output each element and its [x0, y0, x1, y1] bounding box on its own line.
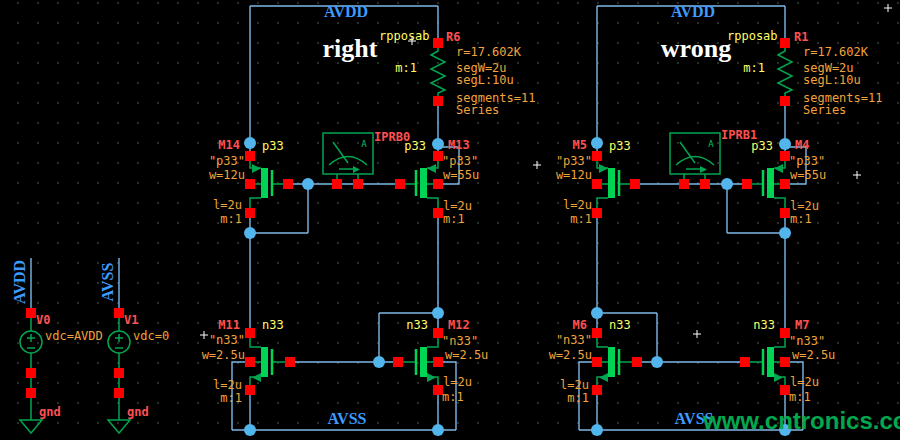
param-l[interactable]: l=2u: [560, 378, 589, 392]
param-m[interactable]: m:1: [570, 212, 592, 226]
instance-ref[interactable]: M11: [218, 318, 240, 332]
instance-ref[interactable]: M6: [573, 318, 587, 332]
param-m[interactable]: m:1: [442, 390, 464, 404]
param-model[interactable]: "n33": [789, 334, 825, 348]
param-l[interactable]: l=2u: [790, 199, 819, 213]
instance-ref[interactable]: M13: [448, 138, 470, 152]
net-label-avdd-vertical[interactable]: AVDD: [11, 260, 28, 304]
param-model[interactable]: "p33": [556, 154, 592, 168]
cell-name[interactable]: n33: [262, 318, 284, 332]
instance-ref[interactable]: M7: [795, 318, 809, 332]
instance-ref[interactable]: M4: [795, 138, 809, 152]
param-segl[interactable]: segL:10u: [803, 73, 861, 87]
param-r[interactable]: r=17.602K: [803, 45, 869, 59]
annotation-right[interactable]: right: [323, 34, 378, 63]
param-m[interactable]: m:1: [443, 212, 465, 226]
param-w[interactable]: w=55u: [443, 168, 479, 182]
param-l[interactable]: l=2u: [213, 198, 242, 212]
param-w[interactable]: w=12u: [209, 168, 245, 182]
param-l[interactable]: l=2u: [443, 199, 472, 213]
param-l[interactable]: l=2u: [443, 375, 472, 389]
annotation-wrong[interactable]: wrong: [661, 34, 731, 63]
pmos-transistor[interactable]: [592, 151, 640, 218]
instance-ref[interactable]: V1: [124, 313, 138, 327]
schematic-svg: AVDD right rpposab R6 m:1 r=17.602K segW…: [0, 0, 900, 440]
resistor-mult[interactable]: m:1: [395, 61, 417, 75]
nmos-transistor[interactable]: [393, 328, 443, 395]
cell-name[interactable]: n33: [609, 318, 631, 332]
ammeter-letter: A: [708, 139, 714, 149]
junction-dot: [651, 356, 663, 368]
param-w[interactable]: w=12u: [556, 168, 592, 182]
pmos-transistor[interactable]: [395, 151, 443, 218]
param-m[interactable]: m:1: [220, 391, 242, 405]
instance-ref[interactable]: M5: [573, 138, 587, 152]
net-label-avdd[interactable]: AVDD: [324, 3, 368, 20]
net-label-avdd[interactable]: AVDD: [671, 3, 715, 20]
nmos-transistor[interactable]: [592, 328, 642, 395]
instance-ref[interactable]: M14: [218, 138, 240, 152]
left-circuit: AVDD right rpposab R6 m:1 r=17.602K segW…: [202, 3, 536, 436]
instance-ref[interactable]: M12: [448, 318, 470, 332]
junction-dot: [779, 138, 791, 150]
cell-name[interactable]: n33: [753, 318, 775, 332]
param-model[interactable]: "n33": [209, 333, 245, 347]
junction-dot: [721, 178, 733, 190]
resistor-cell-name[interactable]: rpposab: [379, 29, 430, 43]
gnd-label[interactable]: gnd: [127, 405, 149, 419]
pmos-transistor[interactable]: [742, 151, 790, 218]
param-series[interactable]: Series: [803, 103, 846, 117]
param-model[interactable]: "p33": [442, 154, 478, 168]
pmos-transistor[interactable]: [245, 151, 293, 218]
param-w[interactable]: w=55u: [790, 168, 826, 182]
param-model[interactable]: "n33": [556, 333, 592, 347]
resistor-symbol[interactable]: [431, 38, 445, 106]
gnd-label[interactable]: gnd: [39, 405, 61, 419]
param-m[interactable]: m:1: [789, 390, 811, 404]
param-m[interactable]: m:1: [790, 212, 812, 226]
param-w[interactable]: w=2.5u: [792, 348, 835, 362]
param-vdc[interactable]: vdc=AVDD: [45, 329, 103, 343]
junction-dot: [779, 227, 791, 239]
net-label-avss-vertical[interactable]: AVSS: [99, 262, 116, 301]
cell-name[interactable]: p33: [751, 139, 773, 153]
param-vdc[interactable]: vdc=0: [133, 329, 169, 343]
resistor-symbol[interactable]: [778, 38, 792, 106]
junction-dot: [244, 424, 256, 436]
param-segl[interactable]: segL:10u: [456, 73, 514, 87]
cell-name[interactable]: p33: [404, 139, 426, 153]
marker-crosses: [200, 4, 892, 339]
resistor-cell-name[interactable]: rpposab: [727, 29, 778, 43]
cell-name[interactable]: p33: [262, 139, 284, 153]
nmos-transistor[interactable]: [245, 328, 295, 395]
instance-ref[interactable]: R1: [794, 30, 808, 44]
param-m[interactable]: m:1: [567, 391, 589, 405]
param-model[interactable]: "p33": [209, 154, 245, 168]
param-l[interactable]: l=2u: [563, 198, 592, 212]
nmos-transistor[interactable]: [740, 328, 790, 395]
junction-dot: [244, 137, 256, 149]
resistor-mult[interactable]: m:1: [743, 61, 765, 75]
net-label-avss[interactable]: AVSS: [328, 410, 367, 427]
junction-dot: [591, 424, 603, 436]
junction-dot: [244, 227, 256, 239]
param-m[interactable]: m:1: [220, 212, 242, 226]
param-series[interactable]: Series: [456, 103, 499, 117]
cell-name[interactable]: n33: [406, 318, 428, 332]
param-l[interactable]: l=2u: [790, 375, 819, 389]
param-model[interactable]: "n33": [442, 334, 478, 348]
supply-sources: AVDD AVSS V0 vdc=AVDD gnd V1 vdc=0 gnd: [11, 258, 169, 433]
diode-feedback-net[interactable]: [727, 184, 785, 333]
param-w[interactable]: w=2.5u: [202, 348, 245, 362]
instance-ref[interactable]: V0: [36, 313, 50, 327]
junction-dot: [373, 356, 385, 368]
cell-name[interactable]: p33: [609, 139, 631, 153]
param-w[interactable]: w=2.5u: [445, 348, 488, 362]
diode-feedback-net[interactable]: [250, 184, 308, 333]
right-circuit: AVDD wrong rpposab R1 m:1 r=17.602K segW…: [549, 3, 883, 436]
instance-ref[interactable]: R6: [446, 30, 460, 44]
param-model[interactable]: "p33": [789, 154, 825, 168]
param-r[interactable]: r=17.602K: [456, 45, 522, 59]
param-l[interactable]: l=2u: [213, 378, 242, 392]
param-w[interactable]: w=2.5u: [549, 348, 592, 362]
